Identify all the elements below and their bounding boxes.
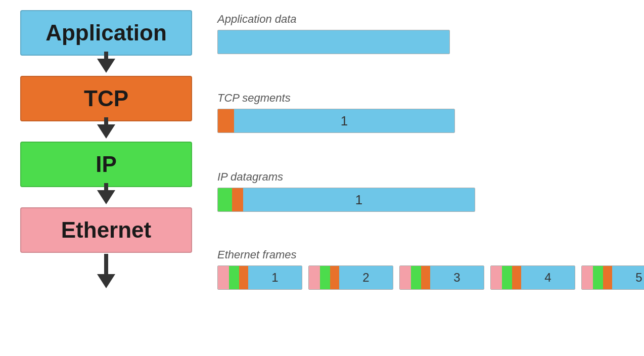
ethernet-frames-section: Ethernet frames 1 2 xyxy=(217,248,644,290)
arrow-tcp-to-ip xyxy=(97,124,115,139)
eth-frame-3: 3 xyxy=(399,265,484,290)
ethernet-frames-label: Ethernet frames xyxy=(217,248,644,261)
tcp-segment-bar: 1 xyxy=(217,109,455,133)
bottom-arrow xyxy=(97,254,115,288)
layer-stack: Application TCP IP Ethernet xyxy=(10,5,202,351)
eth-frame-4-orange xyxy=(512,266,521,289)
eth-frame-3-pink xyxy=(400,266,411,289)
tcp-in-ip-segment xyxy=(232,188,243,211)
tcp-header-segment xyxy=(218,109,234,132)
eth-frame-5-pink xyxy=(582,266,593,289)
eth-frame-1-orange xyxy=(239,266,248,289)
eth-frame-1: 1 xyxy=(217,265,302,290)
application-data-bar-container xyxy=(217,30,644,54)
tcp-data-segment: 1 xyxy=(234,109,454,132)
tcp-layer-label: TCP xyxy=(84,86,128,111)
ip-datagram-bar: 1 xyxy=(217,188,475,212)
ip-layer-label: IP xyxy=(96,152,117,176)
eth-frame-5: 5 xyxy=(581,265,644,290)
eth-frame-5-number: 5 xyxy=(612,266,644,289)
eth-frame-2-orange xyxy=(330,266,339,289)
eth-frame-2-green xyxy=(320,266,330,289)
eth-frame-4-number: 4 xyxy=(521,266,575,289)
eth-frame-4-green xyxy=(502,266,512,289)
ip-layer-box: IP xyxy=(20,142,192,187)
eth-frame-2-number: 2 xyxy=(339,266,393,289)
ethernet-layer-box: Ethernet xyxy=(20,207,192,253)
ip-data-segment: 1 xyxy=(243,188,475,211)
ip-datagrams-label: IP datagrams xyxy=(217,170,644,184)
application-data-bar xyxy=(217,30,450,54)
ip-datagrams-section: IP datagrams 1 xyxy=(217,170,644,212)
eth-frame-4: 4 xyxy=(490,265,575,290)
ip-header-segment xyxy=(218,188,232,211)
eth-frame-5-green xyxy=(593,266,603,289)
tcp-layer-box: TCP xyxy=(20,76,192,121)
eth-frame-1-pink xyxy=(218,266,229,289)
application-data-label: Application data xyxy=(217,13,644,26)
eth-frame-2-pink xyxy=(309,266,320,289)
eth-frame-3-number: 3 xyxy=(430,266,484,289)
eth-frame-1-number: 1 xyxy=(248,266,302,289)
ip-datagram-bar-container: 1 xyxy=(217,188,644,212)
arrow-stem xyxy=(104,254,108,274)
arrow-application-to-tcp xyxy=(97,59,115,73)
tcp-segment-bar-container: 1 xyxy=(217,109,644,133)
eth-frame-2: 2 xyxy=(308,265,393,290)
application-data-section: Application data xyxy=(217,13,644,54)
tcp-segments-section: TCP segments 1 xyxy=(217,92,644,133)
arrow-ip-to-ethernet xyxy=(97,190,115,204)
arrow-head xyxy=(97,274,115,288)
eth-frame-4-pink xyxy=(491,266,502,289)
ethernet-frames-row: 1 2 3 4 xyxy=(217,265,644,290)
eth-frame-1-green xyxy=(229,266,239,289)
ethernet-layer-label: Ethernet xyxy=(61,217,151,242)
data-representations: Application data TCP segments 1 IP datag… xyxy=(202,5,644,351)
eth-frame-3-green xyxy=(411,266,421,289)
eth-frame-5-orange xyxy=(603,266,612,289)
application-layer-label: Application xyxy=(45,20,167,45)
eth-frame-3-orange xyxy=(421,266,430,289)
application-layer-box: Application xyxy=(20,10,192,56)
tcp-segments-label: TCP segments xyxy=(217,92,644,105)
